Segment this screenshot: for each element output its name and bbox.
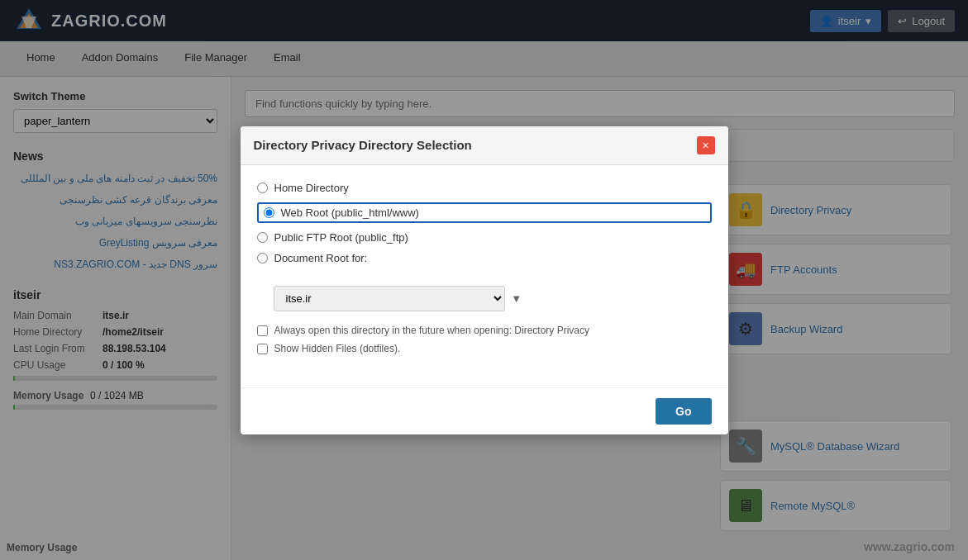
go-button[interactable]: Go <box>656 398 711 425</box>
checkbox-show-hidden[interactable]: Show Hidden Files (dotfiles). <box>257 343 712 354</box>
modal-overlay[interactable]: Directory Privacy Directory Selection × … <box>0 0 968 560</box>
radio-ftp-root-input[interactable] <box>257 232 268 243</box>
modal-dialog: Directory Privacy Directory Selection × … <box>241 126 728 434</box>
modal-body: Home Directory Web Root (public_html/www… <box>241 165 728 387</box>
checkbox-always-open[interactable]: Always open this directory in the future… <box>257 325 712 336</box>
modal-close-button[interactable]: × <box>697 136 715 154</box>
radio-doc-root-input[interactable] <box>257 253 268 263</box>
checkbox-show-hidden-input[interactable] <box>257 344 268 354</box>
radio-web-root-label: Web Root (public_html/www) <box>281 206 419 219</box>
radio-doc-root[interactable]: Document Root for: <box>257 252 368 264</box>
checkbox-always-open-label: Always open this directory in the future… <box>274 325 590 336</box>
radio-ftp-root[interactable]: Public FTP Root (public_ftp) <box>257 231 712 244</box>
document-root-row: Document Root for: <box>257 252 712 264</box>
radio-ftp-root-label: Public FTP Root (public_ftp) <box>274 231 408 244</box>
radio-web-root-input[interactable] <box>264 207 274 218</box>
modal-title: Directory Privacy Directory Selection <box>254 138 472 152</box>
checkbox-always-open-input[interactable] <box>257 325 268 336</box>
checkbox-group: Always open this directory in the future… <box>257 325 712 354</box>
dropdown-caret: ▼ <box>511 292 522 305</box>
domain-select[interactable]: itse.ir <box>274 286 505 311</box>
radio-doc-root-label: Document Root for: <box>274 252 368 264</box>
radio-web-root[interactable]: Web Root (public_html/www) <box>257 202 712 223</box>
radio-home-directory-label: Home Directory <box>274 182 349 194</box>
radio-group: Home Directory Web Root (public_html/www… <box>257 182 712 311</box>
checkbox-show-hidden-label: Show Hidden Files (dotfiles). <box>274 343 401 354</box>
modal-footer: Go <box>241 387 728 434</box>
modal-header: Directory Privacy Directory Selection × <box>241 126 728 165</box>
radio-home-directory[interactable]: Home Directory <box>257 182 712 194</box>
radio-home-directory-input[interactable] <box>257 183 268 193</box>
domain-select-row: itse.ir ▼ <box>257 286 712 311</box>
